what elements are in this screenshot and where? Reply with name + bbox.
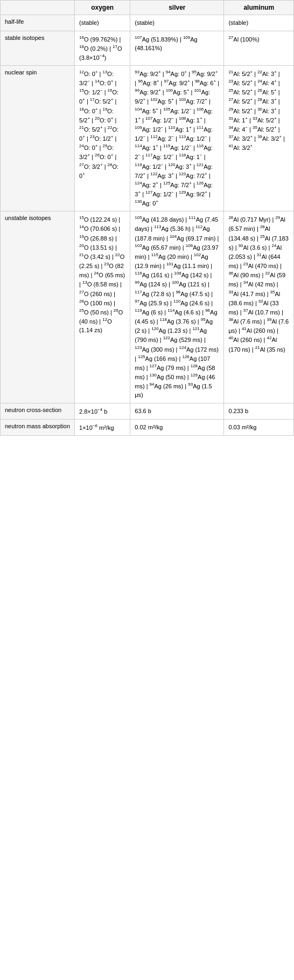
cell-stable-aluminum: 27Al (100%) — [224, 31, 294, 65]
row-neutron-mass-absorption: neutron mass absorption 1×10−6 m²/kg 0.0… — [1, 419, 294, 435]
cell-neutron-cross-oxygen: 2.8×10−4 b — [75, 403, 130, 419]
row-stable-isotopes: stable isotopes 16O (99.762%) | 18O (0.2… — [1, 31, 294, 65]
cell-halflife-aluminum: (stable) — [224, 15, 294, 31]
col-header-oxygen: oxygen — [75, 1, 130, 15]
cell-spin-silver: 93Ag: 9/2+ | 94Ag: 0+ | 95Ag: 9/2+ | 96A… — [130, 65, 224, 211]
cell-neutron-mass-aluminum: 0.03 m²/kg — [224, 419, 294, 435]
cell-neutron-cross-aluminum: 0.233 b — [224, 403, 294, 419]
row-label-half-life: half-life — [1, 15, 75, 31]
row-nuclear-spin: nuclear spin 12O: 0+ | 13O: 3/2− | 14O: … — [1, 65, 294, 211]
row-half-life: half-life (stable) (stable) (stable) — [1, 15, 294, 31]
cell-unstable-silver: 105Ag (41.28 days) | 111Ag (7.45 days) |… — [130, 211, 224, 403]
row-label-unstable-isotopes: unstable isotopes — [1, 211, 75, 403]
cell-neutron-mass-oxygen: 1×10−6 m²/kg — [75, 419, 130, 435]
cell-unstable-oxygen: 15O (122.24 s) | 14O (70.606 s) | 19O (2… — [75, 211, 130, 403]
cell-spin-aluminum: 21Al: 5/2+ | 22Al: 3+ | 23Al: 5/2+ | 24A… — [224, 65, 294, 211]
cell-neutron-cross-silver: 63.6 b — [130, 403, 224, 419]
row-neutron-cross-section: neutron cross-section 2.8×10−4 b 63.6 b … — [1, 403, 294, 419]
row-label-neutron-mass-absorption: neutron mass absorption — [1, 419, 75, 435]
col-header-aluminum: aluminum — [224, 1, 294, 15]
row-label-neutron-cross-section: neutron cross-section — [1, 403, 75, 419]
col-header-empty — [1, 1, 75, 15]
cell-halflife-oxygen: (stable) — [75, 15, 130, 31]
cell-stable-oxygen: 16O (99.762%) | 18O (0.2%) | 17O (3.8×10… — [75, 31, 130, 65]
cell-spin-oxygen: 12O: 0+ | 13O: 3/2− | 14O: 0+ | 15O: 1/2… — [75, 65, 130, 211]
row-label-nuclear-spin: nuclear spin — [1, 65, 75, 211]
row-unstable-isotopes: unstable isotopes 15O (122.24 s) | 14O (… — [1, 211, 294, 403]
cell-unstable-aluminum: 26Al (0.717 Myr) | 29Al (6.57 min) | 28A… — [224, 211, 294, 403]
cell-stable-silver: 107Ag (51.839%) | 109Ag (48.161%) — [130, 31, 224, 65]
row-label-stable-isotopes: stable isotopes — [1, 31, 75, 65]
cell-halflife-silver: (stable) — [130, 15, 224, 31]
col-header-silver: silver — [130, 1, 224, 15]
cell-neutron-mass-silver: 0.02 m²/kg — [130, 419, 224, 435]
